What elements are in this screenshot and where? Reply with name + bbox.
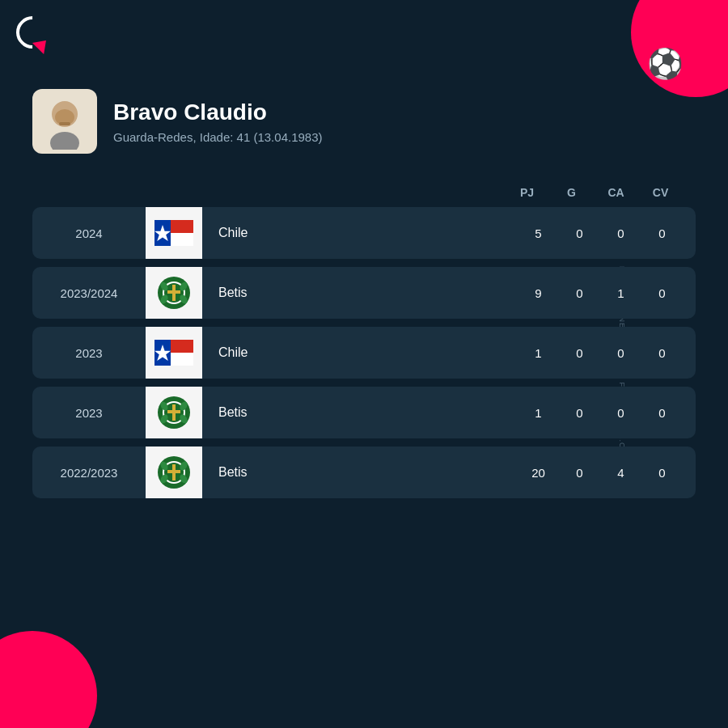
- row-stats: 20 0 4 0: [518, 466, 696, 480]
- table-row: 2023 Betis 1 0 0 0: [32, 387, 696, 438]
- stat-pj: 5: [518, 226, 559, 240]
- table-header: PJ G CA CV: [32, 186, 696, 199]
- player-details: Bravo Claudio Guarda-Redes, Idade: 41 (1…: [113, 99, 323, 144]
- betis-emblem-icon: [156, 275, 192, 311]
- row-team-name: Chile: [202, 226, 518, 240]
- svg-rect-12: [167, 290, 180, 294]
- row-stats: 5 0 0 0: [518, 226, 696, 240]
- row-stats: 9 0 1 0: [518, 286, 696, 300]
- table-row: 2022/2023 Betis 20 0 4 0: [32, 447, 696, 498]
- player-avatar-image: [36, 93, 93, 150]
- player-info-section: Bravo Claudio Guarda-Redes, Idade: 41 (1…: [32, 89, 696, 154]
- stat-cv: 0: [642, 466, 683, 480]
- table-row: 2023/2024 Betis 9 0 1 0: [32, 267, 696, 319]
- col-cv: CV: [641, 186, 681, 199]
- col-g: G: [552, 186, 592, 199]
- stat-pj: 1: [518, 346, 559, 360]
- row-team-name: Chile: [202, 345, 518, 360]
- row-year: 2024: [32, 226, 146, 240]
- top-right-decoration: ⚽: [631, 0, 728, 97]
- stat-ca: 4: [601, 466, 641, 480]
- col-pj: PJ: [507, 186, 548, 199]
- row-team-name: Betis: [202, 405, 518, 420]
- row-flag-chile: [146, 327, 202, 379]
- stat-cv: 0: [642, 226, 683, 240]
- stat-ca: 1: [601, 286, 641, 300]
- row-stats: 1 0 0 0: [518, 346, 696, 360]
- svg-rect-25: [167, 410, 180, 413]
- row-year: 2022/2023: [32, 466, 146, 480]
- stat-pj: 1: [518, 406, 559, 420]
- bottom-left-decoration: [0, 631, 97, 728]
- stat-g: 0: [560, 406, 600, 420]
- row-flag-betis: [146, 447, 202, 498]
- row-flag-betis: [146, 267, 202, 319]
- player-name: Bravo Claudio: [113, 99, 323, 125]
- main-content: Bravo Claudio Guarda-Redes, Idade: 41 (1…: [32, 89, 696, 506]
- stat-ca: 0: [601, 226, 641, 240]
- logo-container: [16, 16, 53, 53]
- stat-pj: 20: [518, 466, 559, 480]
- stat-g: 0: [560, 226, 600, 240]
- row-flag-chile: [146, 207, 202, 259]
- betis-emblem-icon: [156, 395, 192, 430]
- betis-emblem-icon: [156, 455, 192, 490]
- chile-flag-icon: [154, 220, 193, 246]
- player-avatar: [32, 89, 97, 154]
- stat-g: 0: [560, 466, 600, 480]
- stat-cv: 0: [642, 406, 683, 420]
- row-flag-betis: [146, 387, 202, 438]
- stat-ca: 0: [601, 406, 641, 420]
- col-ca: CA: [596, 186, 637, 199]
- svg-rect-34: [167, 470, 180, 473]
- flashscore-logo-icon: [16, 16, 53, 53]
- player-subtitle: Guarda-Redes, Idade: 41 (13.04.1983): [113, 130, 323, 144]
- stat-g: 0: [560, 346, 600, 360]
- stat-pj: 9: [518, 286, 559, 300]
- row-team-name: Betis: [202, 286, 518, 300]
- row-year: 2023/2024: [32, 286, 146, 300]
- stat-cv: 0: [642, 346, 683, 360]
- row-year: 2023: [32, 346, 146, 360]
- row-stats: 1 0 0 0: [518, 406, 696, 420]
- row-year: 2023: [32, 406, 146, 420]
- table-header-cols: PJ G CA CV: [505, 186, 683, 199]
- stat-ca: 0: [601, 346, 641, 360]
- table-row: 2023 Chile 1 0 0 0: [32, 327, 696, 379]
- chile-flag-icon: [154, 340, 193, 366]
- table-row: 2024 Chile 5 0 0 0: [32, 207, 696, 259]
- svg-point-1: [50, 132, 79, 150]
- row-team-name: Betis: [202, 465, 518, 480]
- stat-g: 0: [560, 286, 600, 300]
- stat-cv: 0: [642, 286, 683, 300]
- soccer-ball-icon: ⚽: [647, 47, 684, 81]
- svg-rect-3: [59, 122, 70, 125]
